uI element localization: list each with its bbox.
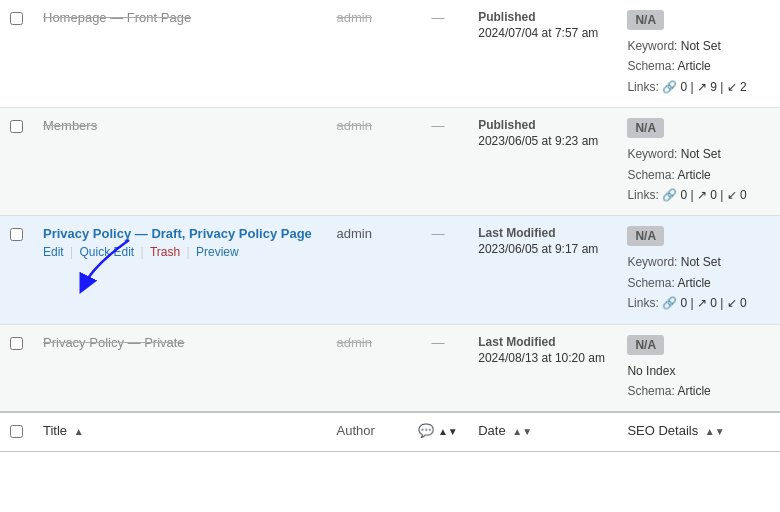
table-row: Privacy Policy — Draft, Privacy Policy P…: [0, 216, 780, 324]
row-title-cell: Homepage — Front Page: [33, 0, 327, 108]
table-row: Membersadmin—Published2023/06/05 at 9:23…: [0, 108, 780, 216]
row-author: admin: [337, 10, 372, 25]
footer-comments-sort-icon: ▲▼: [438, 426, 458, 437]
seo-badge: N/A: [627, 335, 664, 355]
row-title: Homepage — Front Page: [43, 10, 191, 25]
row-title: Members: [43, 118, 97, 133]
row-date-status: Last Modified: [478, 226, 607, 240]
footer-comments-cell: 💬 ▲▼: [408, 412, 468, 452]
row-checkbox[interactable]: [10, 337, 23, 350]
seo-detail: Keyword: Not SetSchema: ArticleLinks: 🔗 …: [627, 36, 770, 97]
footer-date-sort-icon: ▲▼: [512, 426, 532, 437]
seo-schema: Schema: Article: [627, 273, 770, 293]
row-title-cell: Privacy Policy — Private: [33, 324, 327, 412]
row-author-cell: admin: [327, 324, 408, 412]
row-comments-cell: —: [408, 0, 468, 108]
footer-author-label: Author: [337, 423, 375, 438]
trash-link[interactable]: Trash: [150, 245, 180, 259]
seo-no-index: No Index: [627, 361, 770, 381]
separator: |: [183, 245, 193, 259]
separator: |: [137, 245, 147, 259]
row-date-value: 2024/08/13 at 10:20 am: [478, 351, 607, 365]
posts-table: Homepage — Front Pageadmin—Published2024…: [0, 0, 780, 452]
seo-detail: No IndexSchema: Article: [627, 361, 770, 402]
row-checkbox-cell: [0, 324, 33, 412]
footer-checkbox-cell: [0, 412, 33, 452]
edit-link[interactable]: Edit: [43, 245, 64, 259]
footer-seo-sort-icon: ▲▼: [705, 426, 725, 437]
row-checkbox[interactable]: [10, 120, 23, 133]
footer-date-cell[interactable]: Date ▲▼: [468, 412, 617, 452]
footer-seo-cell[interactable]: SEO Details ▲▼: [617, 412, 780, 452]
seo-keyword: Keyword: Not Set: [627, 252, 770, 272]
footer-title-cell[interactable]: Title ▲: [33, 412, 327, 452]
row-title-cell: Members: [33, 108, 327, 216]
row-checkbox-cell: [0, 216, 33, 324]
row-comments: —: [432, 10, 445, 25]
row-author-cell: admin: [327, 108, 408, 216]
row-date-status: Published: [478, 118, 607, 132]
row-checkbox-cell: [0, 108, 33, 216]
row-comments: —: [432, 335, 445, 350]
seo-badge: N/A: [627, 226, 664, 246]
row-seo-cell: N/AKeyword: Not SetSchema: ArticleLinks:…: [617, 216, 780, 324]
row-comments-cell: —: [408, 324, 468, 412]
row-author: admin: [337, 335, 372, 350]
row-comments-cell: —: [408, 108, 468, 216]
row-actions: Edit | Quick Edit | Trash | Preview: [43, 245, 317, 259]
row-checkbox[interactable]: [10, 12, 23, 25]
row-date-value: 2023/06/05 at 9:17 am: [478, 242, 607, 256]
row-date-value: 2024/07/04 at 7:57 am: [478, 26, 607, 40]
row-seo-cell: N/ANo IndexSchema: Article: [617, 324, 780, 412]
row-comments: —: [432, 118, 445, 133]
row-seo-cell: N/AKeyword: Not SetSchema: ArticleLinks:…: [617, 108, 780, 216]
row-author-cell: admin: [327, 216, 408, 324]
row-comments-cell: —: [408, 216, 468, 324]
seo-keyword: Keyword: Not Set: [627, 36, 770, 56]
row-date-status: Published: [478, 10, 607, 24]
row-title-link[interactable]: Privacy Policy — Draft, Privacy Policy P…: [43, 226, 312, 241]
row-checkbox-cell: [0, 0, 33, 108]
quick-edit-link[interactable]: Quick Edit: [79, 245, 134, 259]
seo-links: Links: 🔗 0 | ↗ 9 | ↙ 2: [627, 77, 770, 97]
quick-edit-arrow-annotation: Quick Edit: [79, 245, 134, 259]
seo-badge: N/A: [627, 118, 664, 138]
footer-date-label: Date: [478, 423, 505, 438]
table-row: Privacy Policy — Privateadmin—Last Modif…: [0, 324, 780, 412]
seo-links: Links: 🔗 0 | ↗ 0 | ↙ 0: [627, 293, 770, 313]
row-date-status: Last Modified: [478, 335, 607, 349]
seo-schema: Schema: Article: [627, 165, 770, 185]
row-author: admin: [337, 226, 372, 241]
separator: |: [67, 245, 77, 259]
row-date-cell: Published2023/06/05 at 9:23 am: [468, 108, 617, 216]
seo-badge: N/A: [627, 10, 664, 30]
row-checkbox[interactable]: [10, 228, 23, 241]
seo-detail: Keyword: Not SetSchema: ArticleLinks: 🔗 …: [627, 252, 770, 313]
footer-seo-label: SEO Details: [627, 423, 698, 438]
row-author: admin: [337, 118, 372, 133]
footer-title-sort-icon: ▲: [74, 426, 84, 437]
footer-comments-label: 💬: [418, 423, 434, 438]
row-title: Privacy Policy — Draft, Privacy Policy P…: [43, 226, 317, 241]
seo-detail: Keyword: Not SetSchema: ArticleLinks: 🔗 …: [627, 144, 770, 205]
row-title-cell: Privacy Policy — Draft, Privacy Policy P…: [33, 216, 327, 324]
footer-title-label: Title: [43, 423, 67, 438]
row-comments: —: [432, 226, 445, 241]
row-seo-cell: N/AKeyword: Not SetSchema: ArticleLinks:…: [617, 0, 780, 108]
footer-select-all-checkbox[interactable]: [10, 425, 23, 438]
table-footer-row: Title ▲ Author 💬 ▲▼ Date ▲▼ SEO Details …: [0, 412, 780, 452]
row-date-cell: Last Modified2024/08/13 at 10:20 am: [468, 324, 617, 412]
footer-author-cell: Author: [327, 412, 408, 452]
table-row: Homepage — Front Pageadmin—Published2024…: [0, 0, 780, 108]
row-date-cell: Published2024/07/04 at 7:57 am: [468, 0, 617, 108]
preview-link[interactable]: Preview: [196, 245, 239, 259]
seo-schema: Schema: Article: [627, 381, 770, 401]
seo-links: Links: 🔗 0 | ↗ 0 | ↙ 0: [627, 185, 770, 205]
row-date-cell: Last Modified2023/06/05 at 9:17 am: [468, 216, 617, 324]
row-author-cell: admin: [327, 0, 408, 108]
row-date-value: 2023/06/05 at 9:23 am: [478, 134, 607, 148]
posts-table-container: Homepage — Front Pageadmin—Published2024…: [0, 0, 780, 452]
row-title: Privacy Policy — Private: [43, 335, 185, 350]
seo-schema: Schema: Article: [627, 56, 770, 76]
seo-keyword: Keyword: Not Set: [627, 144, 770, 164]
